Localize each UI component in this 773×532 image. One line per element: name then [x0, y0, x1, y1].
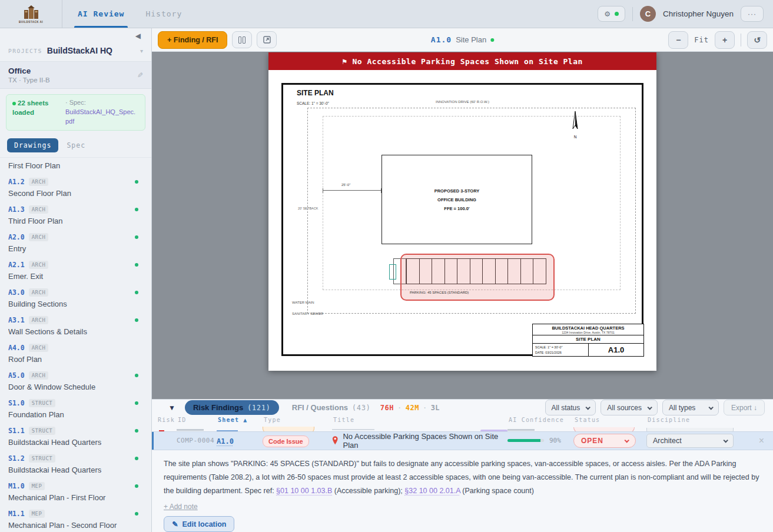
status-select[interactable]: OPEN	[573, 434, 636, 448]
table-row-clipped[interactable]	[152, 424, 773, 431]
reset-view-button[interactable]: ↺	[747, 31, 767, 49]
risk-findings-label: Risk Findings	[193, 403, 243, 412]
sheet-status-dot-icon	[135, 401, 138, 405]
sheet-list-item[interactable]: A2.0 ARCH Entry	[0, 229, 151, 257]
drawing-canvas[interactable]: ⚑ No Accessible Parking Spaces Shown on …	[152, 52, 773, 399]
export-button[interactable]: Export ↓	[724, 400, 765, 415]
discipline-select[interactable]: Architect	[646, 434, 734, 448]
sheet-list-item[interactable]: A5.0 ARCH Door & Window Schedule	[0, 367, 151, 395]
filter-types-select[interactable]: All types	[662, 400, 719, 415]
spec-file-link[interactable]: BuildStackAI_HQ_Spec.pdf	[65, 108, 139, 127]
sanitary-sewer-label: SANITARY SEWER	[292, 312, 323, 315]
sheet-list-item[interactable]: A4.0 ARCH Roof Plan	[0, 340, 151, 367]
reset-icon: ↺	[754, 35, 761, 45]
settings-button[interactable]: ⚙	[598, 6, 625, 22]
tab-ai-review[interactable]: AI Review	[75, 0, 127, 28]
zoom-controls: − Fit + ↺	[668, 31, 767, 49]
sheet-list-item[interactable]: A1.3 ARCH Third Floor Plan	[0, 201, 151, 229]
column-sheet-sort[interactable]: Sheet ▲	[217, 417, 263, 423]
tab-spec[interactable]: Spec	[67, 141, 85, 149]
rfi-questions-count: (43)	[352, 404, 371, 412]
collapse-panel-icon[interactable]: ▼	[168, 404, 175, 412]
tab-history[interactable]: History	[143, 0, 184, 28]
main-area: + Finding / RFI A1.0 Site Plan −	[152, 28, 773, 532]
sheet-list-item[interactable]: A3.1 ARCH Wall Sections & Details	[0, 312, 151, 340]
sheet-status-dot-icon	[135, 318, 138, 322]
sheet-list-item[interactable]: M1.1 MEP Mechanical Plan - Second Floor	[0, 506, 151, 532]
tab-drawings[interactable]: Drawings	[7, 138, 58, 152]
confidence-bar	[507, 439, 544, 442]
sheet-status-dot-icon	[135, 512, 138, 516]
sheet-list-item[interactable]: A1.2 ARCH Second Floor Plan	[0, 174, 151, 201]
ai-confidence-cell: 90%	[507, 437, 573, 444]
sheet-code: A2.0	[8, 233, 25, 241]
table-row-selected[interactable]: COMP-0004 A1.0 Code Issue No Accessible …	[152, 431, 773, 450]
filter-status-select[interactable]: All status	[545, 400, 596, 415]
sheet-code: A4.0	[8, 344, 25, 352]
split-view-button[interactable]	[232, 31, 252, 48]
tab-risk-findings[interactable]: Risk Findings (121)	[185, 400, 279, 415]
close-icon[interactable]: ×	[750, 435, 773, 446]
filter-sources-select[interactable]: All sources	[601, 400, 658, 415]
violation-banner[interactable]: ⚑ No Accessible Parking Spaces Shown on …	[268, 52, 656, 70]
zoom-out-button[interactable]: −	[668, 31, 688, 49]
titleblock-date: DATE: 03/21/2026	[535, 350, 586, 355]
sheet-title: Emer. Exit	[8, 272, 143, 281]
tab-rfi-questions[interactable]: RFI / Questions (43)	[292, 403, 371, 412]
sheet-list-item[interactable]: S1.0 STRUCT Foundation Plan	[0, 395, 151, 423]
add-finding-rfi-button[interactable]: + Finding / RFI	[158, 31, 227, 49]
chevron-down-icon	[624, 438, 629, 443]
edit-pencil-icon[interactable]: ✎	[137, 71, 143, 79]
sheet-status-dot-icon	[135, 263, 138, 267]
dimension-line	[323, 190, 381, 191]
zoom-fit-label[interactable]: Fit	[694, 36, 709, 44]
add-note-link[interactable]: + Add note	[164, 503, 198, 511]
topbar-right-group: ⚙ C Christopher Nguyen ···	[598, 0, 773, 28]
sheet-status-dot-icon	[135, 208, 138, 211]
drawing-title: SITE PLAN	[297, 89, 334, 97]
sheet-list-item[interactable]: S1.2 STRUCT Buildstackai Head Quarters	[0, 450, 151, 478]
north-arrow-icon: N	[569, 111, 581, 139]
chevron-down-icon	[708, 405, 713, 410]
low-severity-count: 3L	[431, 404, 440, 412]
sheet-list-item[interactable]: M1.0 MEP Mechanical Plan - First Floor	[0, 478, 151, 506]
online-status-dot-icon	[615, 12, 619, 16]
zoom-in-button[interactable]: +	[715, 31, 735, 49]
app-logo[interactable]: BUILDSTACK AI	[0, 0, 62, 28]
sheet-discipline-badge: STRUCT	[29, 399, 56, 407]
top-bar: BUILDSTACK AI AI Review History ⚙ C Chri…	[0, 0, 773, 28]
avatar[interactable]: C	[640, 6, 656, 22]
edit-location-button[interactable]: ✎ Edit location	[164, 516, 234, 532]
building-label-line3: FFE = 100.0'	[434, 204, 480, 213]
sheet-code: S1.2	[8, 454, 25, 463]
sheet-list-item[interactable]: First Floor Plan	[0, 158, 151, 174]
open-external-button[interactable]	[257, 31, 277, 48]
map-pin-icon	[332, 436, 338, 445]
titleblock-company: BUILDSTACKAI HEAD QUARTERS	[533, 325, 643, 331]
sheet-discipline-badge: ARCH	[29, 178, 49, 186]
sheet-list-item[interactable]: A2.1 ARCH Emer. Exit	[0, 257, 151, 284]
sheet-title: Door & Window Schedule	[8, 383, 143, 391]
column-status: Status	[573, 417, 646, 423]
project-selector[interactable]: PROJECTS BuildStackAI HQ ▾	[0, 44, 151, 62]
sheet-list-item[interactable]: S1.1 STRUCT Buildstackai Head Quarters	[0, 423, 151, 450]
north-label: N	[569, 135, 581, 139]
finding-sheet-link[interactable]: A1.0	[217, 437, 234, 445]
office-meta: TX · Type II-B	[8, 77, 50, 84]
sheet-list-item[interactable]: A3.0 ARCH Building Sections	[0, 284, 151, 312]
findings-table-header: Risk ID Sheet ▲ Type Title AI Confidence…	[152, 415, 773, 424]
topbar-divider	[632, 7, 633, 21]
more-menu-button[interactable]: ···	[741, 6, 764, 22]
zoom-divider	[741, 34, 741, 46]
drawing-scale-note: SCALE: 1" = 30'-0"	[297, 101, 329, 105]
project-office-card[interactable]: Office TX · Type II-B ✎	[0, 62, 151, 89]
spec-ref-link-1[interactable]: §01 10 00 1.03.B	[276, 487, 332, 495]
parking-count-label: PARKING: 45 SPACES (STANDARD)	[410, 291, 469, 294]
water-main-label: WATER MAIN	[292, 301, 314, 304]
spec-ref-link-2[interactable]: §32 10 00 2.01.A	[404, 487, 460, 495]
column-confidence: AI Confidence	[507, 417, 573, 423]
sheet-discipline-badge: STRUCT	[29, 454, 56, 463]
collapse-sidebar-icon[interactable]: ◀	[135, 32, 141, 40]
sheet-discipline-badge: ARCH	[29, 233, 49, 241]
chevron-down-icon	[647, 405, 652, 410]
